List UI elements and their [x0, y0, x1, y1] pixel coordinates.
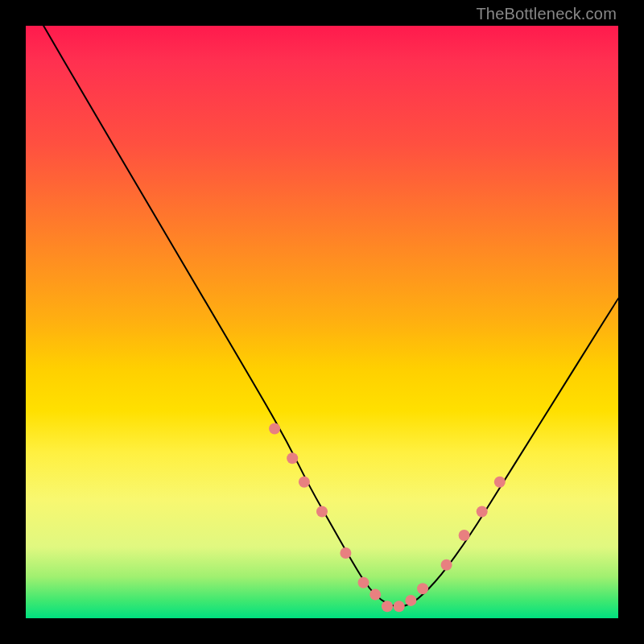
- marker-point: [382, 601, 393, 612]
- marker-point: [494, 477, 506, 488]
- plot-area: [26, 26, 618, 618]
- marker-point: [441, 559, 452, 571]
- marker-point: [477, 506, 488, 518]
- bottleneck-curve: [43, 26, 618, 606]
- marker-point: [269, 423, 280, 435]
- marker-point: [459, 530, 470, 541]
- marker-point: [340, 547, 351, 559]
- marker-point: [369, 589, 381, 601]
- marker-point: [417, 583, 428, 594]
- marker-point: [394, 601, 405, 612]
- valley-markers: [269, 423, 506, 613]
- marker-point: [316, 506, 328, 518]
- marker-point: [299, 477, 310, 488]
- marker-point: [287, 452, 298, 464]
- chart-svg: [26, 26, 618, 618]
- watermark: TheBottleneck.com: [476, 5, 617, 23]
- chart-container: TheBottleneck.com: [0, 0, 644, 644]
- marker-point: [358, 577, 369, 588]
- marker-point: [405, 595, 416, 606]
